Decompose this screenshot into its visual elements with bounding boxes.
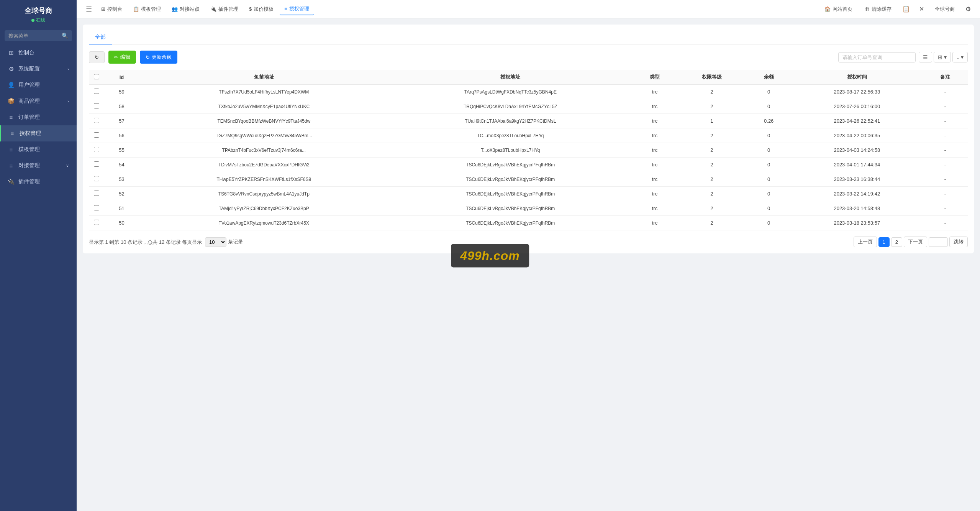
row-auth-addr: T...oX3pez8TLoubHpxL7HYq bbox=[389, 143, 632, 158]
markup-nav-icon: $ bbox=[249, 6, 252, 12]
per-page-select[interactable]: 10 25 50 100 bbox=[205, 237, 226, 247]
content-area: 全部 ↻ ✏ 编辑 ↻ 更新余额 bbox=[77, 18, 980, 511]
row-auth-addr: TSCu6DEjkLvRgoJkVBhEKqjycrPFqfhRBm bbox=[389, 172, 632, 187]
sidebar-item-label: 控制台 bbox=[18, 49, 34, 56]
update-balance-button[interactable]: ↻ 更新余额 bbox=[140, 51, 177, 64]
plugin-nav-icon: 🔌 bbox=[210, 6, 216, 12]
export-button[interactable]: ↓ ▾ bbox=[952, 52, 968, 62]
next-page-button[interactable]: 下一页 bbox=[904, 237, 927, 247]
dashboard-icon: ⊞ bbox=[8, 49, 15, 56]
page-2-button[interactable]: 2 bbox=[891, 237, 902, 247]
row-checkbox-cell bbox=[89, 114, 104, 128]
page-jump-box: 跳转 bbox=[929, 237, 968, 247]
pagination-controls: 上一页 1 2 下一页 跳转 bbox=[854, 237, 968, 247]
row-checkbox[interactable] bbox=[94, 103, 99, 108]
row-remark: - bbox=[923, 172, 968, 187]
sidebar-item-system-config[interactable]: ⚙ 系统配置 › bbox=[0, 61, 77, 77]
page-1-button[interactable]: 1 bbox=[878, 237, 890, 247]
row-checkbox[interactable] bbox=[94, 161, 99, 167]
sidebar-item-product-mgmt[interactable]: 📦 商品管理 › bbox=[0, 93, 77, 109]
row-type: trc bbox=[632, 158, 677, 172]
page-jump-input[interactable] bbox=[929, 237, 948, 247]
order-search-input[interactable] bbox=[842, 54, 911, 60]
template-icon: ≡ bbox=[8, 146, 15, 153]
sidebar-item-order-mgmt[interactable]: ≡ 订单管理 bbox=[0, 109, 77, 125]
sidebar-item-docking-mgmt[interactable]: ≡ 对接管理 ∨ bbox=[0, 158, 77, 174]
topnav-item-markup[interactable]: $ 加价模板 bbox=[244, 3, 278, 15]
sidebar-item-plugin-mgmt[interactable]: 🔌 插件管理 bbox=[0, 174, 77, 190]
row-remark: - bbox=[923, 85, 968, 99]
row-id: 51 bbox=[104, 201, 139, 216]
product-icon: 📦 bbox=[8, 98, 15, 105]
row-type: trc bbox=[632, 143, 677, 158]
tab-all[interactable]: 全部 bbox=[89, 31, 112, 44]
topnav-settings-icon[interactable]: ⚙ bbox=[962, 4, 974, 14]
row-checkbox[interactable] bbox=[94, 176, 99, 181]
topnav-item-plugin[interactable]: 🔌 插件管理 bbox=[206, 3, 243, 15]
table-row: 50 TVo1awApgEXRytzqmowuT23d6TZrbXr45X TS… bbox=[89, 216, 968, 230]
topnav-item-auth[interactable]: ≡ 授权管理 bbox=[280, 3, 314, 15]
row-id: 59 bbox=[104, 85, 139, 99]
row-auth-time: 2023-07-26 00:16:00 bbox=[792, 99, 923, 114]
sidebar-item-user-mgmt[interactable]: 👤 用户管理 bbox=[0, 77, 77, 93]
home-icon: 🏠 bbox=[824, 6, 831, 12]
prev-page-button[interactable]: 上一页 bbox=[854, 237, 877, 247]
topnav-site-link[interactable]: 🏠 网站首页 bbox=[820, 3, 857, 15]
sidebar-item-dashboard[interactable]: ⊞ 控制台 bbox=[0, 45, 77, 61]
row-fish-addr: THwpE5YrZPKZERSFnSKXWFtLs1fXsSF6S9 bbox=[139, 172, 389, 187]
sidebar-search-input[interactable] bbox=[8, 33, 62, 39]
refresh-button[interactable]: ↻ bbox=[89, 51, 105, 63]
list-view-button[interactable]: ☰ bbox=[919, 52, 932, 62]
row-checkbox[interactable] bbox=[94, 118, 99, 123]
top-nav: ☰ ⊞ 控制台 📋 模板管理 👥 对接站点 🔌 插件管理 $ 加价模板 ≡ 授权… bbox=[77, 0, 980, 18]
select-all-checkbox[interactable] bbox=[94, 74, 99, 79]
topnav-item-docking[interactable]: 👥 对接站点 bbox=[167, 3, 204, 15]
sidebar-item-auth-mgmt[interactable]: ≡ 授权管理 bbox=[0, 125, 77, 141]
search-icon[interactable]: 🔍 bbox=[62, 33, 68, 39]
sidebar-search-box[interactable]: 🔍 bbox=[5, 30, 72, 41]
main-area: ☰ ⊞ 控制台 📋 模板管理 👥 对接站点 🔌 插件管理 $ 加价模板 ≡ 授权… bbox=[77, 0, 980, 511]
online-dot bbox=[31, 19, 34, 22]
sidebar-item-template-mgmt[interactable]: ≡ 模板管理 bbox=[0, 141, 77, 158]
row-auth-time: 2023-03-23 16:38:44 bbox=[792, 172, 923, 187]
row-checkbox[interactable] bbox=[94, 147, 99, 152]
row-auth-time: 2023-04-03 14:24:58 bbox=[792, 143, 923, 158]
row-fish-addr: TGZ7MQ9sgWWcueXgzFPzZGVaw845WBm... bbox=[139, 128, 389, 143]
sidebar-item-label: 插件管理 bbox=[18, 178, 40, 185]
row-auth-addr: TSCu6DEjkLvRgoJkVBhEKqjycrPFqfhRBm bbox=[389, 216, 632, 230]
topnav-clear-cache[interactable]: 🗑 清除缓存 bbox=[860, 3, 896, 15]
topnav-item-template[interactable]: 📋 模板管理 bbox=[128, 3, 166, 15]
row-type: trc bbox=[632, 128, 677, 143]
edit-button[interactable]: ✏ 编辑 bbox=[108, 51, 136, 64]
data-table-wrap: Id 鱼苗地址 授权地址 类型 权限等级 余额 授权时间 备注 bbox=[89, 70, 968, 230]
topnav-item-dashboard[interactable]: ⊞ 控制台 bbox=[97, 3, 127, 15]
row-checkbox[interactable] bbox=[94, 191, 99, 196]
row-type: trc bbox=[632, 172, 677, 187]
topnav-item-label: 插件管理 bbox=[218, 6, 238, 13]
row-checkbox[interactable] bbox=[94, 132, 99, 138]
row-fish-addr: TAMjd1yEyrZRjC69DbbXyxPCF2KZuo3BpP bbox=[139, 201, 389, 216]
row-checkbox[interactable] bbox=[94, 220, 99, 225]
sidebar-item-label: 系统配置 bbox=[18, 66, 40, 72]
table-body: 59 TFszfn7X7Ud5oLF4HifhyLsLNTYep4DXWM TA… bbox=[89, 85, 968, 230]
row-auth-addr: TRQqHiPCvQcK8vLDhAxL94YtEMcGZYcL5Z bbox=[389, 99, 632, 114]
grid-view-button[interactable]: ⊞ ▾ bbox=[934, 52, 951, 62]
row-checkbox-cell bbox=[89, 172, 104, 187]
row-remark: - bbox=[923, 158, 968, 172]
header-auth-addr: 授权地址 bbox=[389, 70, 632, 85]
order-search-box[interactable] bbox=[838, 52, 916, 62]
topnav-close-icon[interactable]: ✕ bbox=[916, 4, 927, 14]
row-balance: 0 bbox=[746, 201, 792, 216]
row-checkbox[interactable] bbox=[94, 205, 99, 210]
row-type: trc bbox=[632, 85, 677, 99]
row-checkbox[interactable] bbox=[94, 89, 99, 94]
row-level: 1 bbox=[677, 114, 746, 128]
logo-title: 全球号商 bbox=[0, 6, 77, 15]
sidebar-item-label: 模板管理 bbox=[18, 146, 40, 153]
row-level: 2 bbox=[677, 99, 746, 114]
topnav-copy-icon[interactable]: 📋 bbox=[899, 4, 913, 14]
page-jump-button[interactable]: 跳转 bbox=[949, 237, 968, 247]
order-icon: ≡ bbox=[8, 114, 15, 121]
menu-toggle-icon[interactable]: ☰ bbox=[83, 3, 95, 15]
view-icons: ☰ ⊞ ▾ ↓ ▾ bbox=[919, 52, 968, 62]
